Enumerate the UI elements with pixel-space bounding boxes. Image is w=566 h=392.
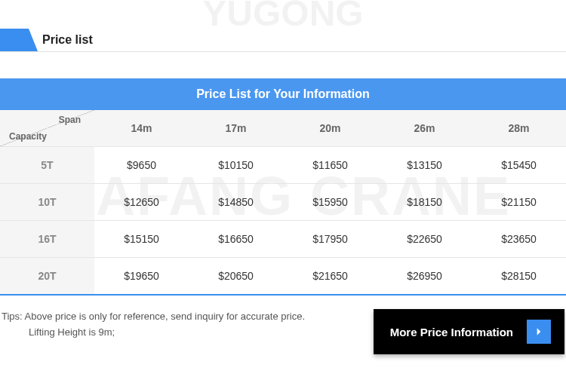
span-axis-label: Span	[59, 115, 81, 125]
capacity-axis-label: Capacity	[9, 131, 47, 142]
table-row: 5T $9650 $10150 $11650 $13150 $15450	[0, 147, 566, 184]
price-cell: $26950	[377, 258, 472, 296]
section-title: Price list	[42, 29, 93, 51]
price-cell: $28150	[472, 258, 566, 296]
price-cell: $15150	[94, 221, 189, 258]
table-row: 20T $19650 $20650 $21650 $26950 $28150	[0, 258, 566, 296]
arrow-right-icon	[527, 320, 551, 344]
price-cell: $9650	[94, 147, 189, 184]
tips-text: Tips: Above price is only for reference,…	[2, 309, 305, 341]
price-cell: $23650	[472, 221, 566, 258]
price-cell: $11650	[283, 147, 377, 184]
price-cell: $10150	[189, 147, 283, 184]
price-cell: $15450	[472, 147, 566, 184]
tips-label: Tips:	[2, 311, 23, 322]
price-table: Span Capacity 14m 17m 20m 26m 28m 5T $96…	[0, 110, 566, 296]
price-cell: $16650	[189, 221, 283, 258]
price-cell: $21650	[283, 258, 377, 296]
price-cell: $22650	[377, 221, 472, 258]
tips-line2: Lifting Height is 9m;	[2, 326, 115, 338]
price-table-container: Price List for Your Information Span Cap…	[0, 78, 566, 296]
tab-accent-shape	[0, 29, 29, 51]
table-row: 16T $15150 $16650 $17950 $22650 $23650	[0, 221, 566, 258]
table-row: 10T $12650 $14850 $15950 $18150 $21150	[0, 184, 566, 221]
capacity-cell: 16T	[0, 221, 94, 258]
span-header: 20m	[283, 110, 377, 147]
price-cell: $13150	[377, 147, 472, 184]
capacity-cell: 20T	[0, 258, 94, 296]
more-price-info-button[interactable]: More Price Information	[374, 309, 564, 354]
span-header: 14m	[94, 110, 189, 147]
tips-line1: Above price is only for reference, send …	[25, 311, 305, 322]
price-cell: $12650	[94, 184, 189, 221]
section-header: Price list	[0, 29, 566, 52]
price-cell: $14850	[189, 184, 283, 221]
span-header: 28m	[472, 110, 566, 147]
price-cell: $19650	[94, 258, 189, 296]
price-cell: $15950	[283, 184, 377, 221]
price-cell: $21150	[472, 184, 566, 221]
span-header: 26m	[377, 110, 472, 147]
corner-header: Span Capacity	[0, 110, 94, 147]
capacity-cell: 10T	[0, 184, 94, 221]
more-price-info-label: More Price Information	[390, 326, 513, 338]
span-header: 17m	[189, 110, 283, 147]
price-cell: $18150	[377, 184, 472, 221]
table-title: Price List for Your Information	[0, 78, 566, 110]
footer-row: Tips: Above price is only for reference,…	[0, 309, 566, 354]
capacity-cell: 5T	[0, 147, 94, 184]
price-cell: $20650	[189, 258, 283, 296]
price-cell: $17950	[283, 221, 377, 258]
